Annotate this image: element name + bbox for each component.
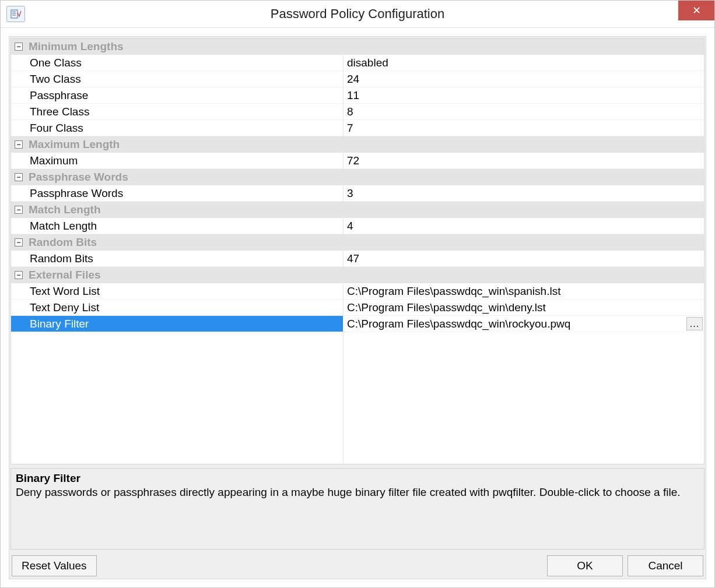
dialog-title: Password Policy Configuration: [1, 6, 714, 22]
property-value-text: 8: [347, 105, 353, 118]
property-value[interactable]: 72: [344, 153, 704, 168]
collapse-icon[interactable]: −: [15, 173, 23, 181]
group-name: Maximum Length: [29, 138, 120, 151]
property-row[interactable]: One Classdisabled: [11, 55, 704, 71]
property-row[interactable]: Three Class8: [11, 104, 704, 120]
group-header[interactable]: −Maximum Length: [11, 136, 704, 153]
group-name: Random Bits: [29, 236, 97, 249]
collapse-icon[interactable]: −: [15, 140, 23, 149]
grid-blank-area: [11, 332, 704, 464]
property-value[interactable]: C:\Program Files\passwdqc_win\rockyou.pw…: [344, 316, 704, 332]
description-text: Deny passwords or passphrases directly a…: [16, 485, 699, 500]
property-value-text: 24: [347, 73, 359, 86]
group-name: Passphrase Words: [29, 171, 128, 184]
property-value-text: 11: [347, 89, 359, 102]
property-row[interactable]: Passphrase Words3: [11, 185, 704, 202]
cancel-button[interactable]: Cancel: [628, 555, 703, 576]
property-label[interactable]: Maximum: [11, 153, 344, 168]
property-value-text: C:\Program Files\passwdqc_win\spanish.ls…: [347, 285, 560, 298]
property-value[interactable]: C:\Program Files\passwdqc_win\spanish.ls…: [344, 283, 704, 299]
property-label[interactable]: Four Class: [11, 120, 344, 136]
property-value[interactable]: 7: [344, 120, 704, 136]
property-value[interactable]: 4: [344, 218, 704, 234]
property-label[interactable]: Text Word List: [11, 283, 344, 299]
property-value-text: 3: [347, 187, 353, 200]
property-row[interactable]: Text Word ListC:\Program Files\passwdqc_…: [11, 283, 704, 300]
column-divider: [343, 332, 344, 464]
group-header[interactable]: −Passphrase Words: [11, 169, 704, 185]
property-label[interactable]: Text Deny List: [11, 300, 344, 315]
ok-button[interactable]: OK: [547, 555, 623, 576]
browse-button[interactable]: ...: [686, 317, 703, 330]
property-value[interactable]: disabled: [344, 55, 704, 71]
description-panel: Binary Filter Deny passwords or passphra…: [10, 468, 705, 550]
property-row[interactable]: Two Class24: [11, 71, 704, 87]
collapse-icon[interactable]: −: [15, 238, 23, 247]
content-area: −Minimum LengthsOne ClassdisabledTwo Cla…: [9, 36, 706, 579]
svg-rect-0: [11, 10, 17, 18]
property-value-text: 4: [347, 220, 353, 233]
property-label[interactable]: Two Class: [11, 71, 344, 87]
property-label[interactable]: Three Class: [11, 104, 344, 119]
property-value-text: C:\Program Files\passwdqc_win\deny.lst: [347, 301, 546, 314]
property-value[interactable]: 11: [344, 87, 704, 103]
property-value[interactable]: 3: [344, 185, 704, 201]
group-header[interactable]: −Match Length: [11, 202, 704, 218]
group-header[interactable]: −Minimum Lengths: [11, 38, 704, 55]
collapse-icon[interactable]: −: [15, 206, 23, 214]
property-label[interactable]: Passphrase: [11, 87, 344, 103]
property-row[interactable]: Maximum72: [11, 153, 704, 169]
property-value-text: 47: [347, 252, 359, 265]
property-value-text: disabled: [347, 57, 388, 69]
collapse-icon[interactable]: −: [15, 43, 23, 51]
property-value[interactable]: 47: [344, 251, 704, 266]
titlebar: Password Policy Configuration ✕: [1, 1, 714, 28]
property-row[interactable]: Random Bits47: [11, 251, 704, 267]
group-name: Match Length: [29, 203, 101, 216]
property-value-text: C:\Program Files\passwdqc_win\rockyou.pw…: [347, 318, 570, 330]
property-value[interactable]: 24: [344, 71, 704, 87]
close-icon: ✕: [692, 4, 701, 17]
property-grid[interactable]: −Minimum LengthsOne ClassdisabledTwo Cla…: [10, 38, 705, 464]
collapse-icon[interactable]: −: [15, 271, 23, 279]
button-bar: Reset Values OK Cancel: [10, 555, 705, 578]
close-button[interactable]: ✕: [678, 1, 714, 20]
property-row[interactable]: Text Deny ListC:\Program Files\passwdqc_…: [11, 300, 704, 316]
reset-values-button[interactable]: Reset Values: [12, 555, 97, 576]
property-value[interactable]: C:\Program Files\passwdqc_win\deny.lst: [344, 300, 704, 315]
group-header[interactable]: −External Files: [11, 267, 704, 283]
description-title: Binary Filter: [16, 472, 699, 485]
group-header[interactable]: −Random Bits: [11, 234, 704, 251]
property-value[interactable]: 8: [344, 104, 704, 119]
property-row[interactable]: Match Length4: [11, 218, 704, 234]
property-value-text: 7: [347, 122, 353, 135]
property-row[interactable]: Passphrase11: [11, 87, 704, 104]
property-label[interactable]: Random Bits: [11, 251, 344, 266]
app-icon: [6, 6, 25, 22]
property-row[interactable]: Binary FilterC:\Program Files\passwdqc_w…: [11, 316, 704, 332]
group-name: Minimum Lengths: [29, 40, 124, 53]
property-label[interactable]: Passphrase Words: [11, 185, 344, 201]
property-value-text: 72: [347, 154, 359, 167]
dialog-window: Password Policy Configuration ✕ −Minimum…: [0, 0, 715, 588]
group-name: External Files: [29, 269, 101, 281]
property-row[interactable]: Four Class7: [11, 120, 704, 136]
property-label[interactable]: Match Length: [11, 218, 344, 234]
property-label[interactable]: One Class: [11, 55, 344, 71]
property-label[interactable]: Binary Filter: [11, 316, 344, 332]
